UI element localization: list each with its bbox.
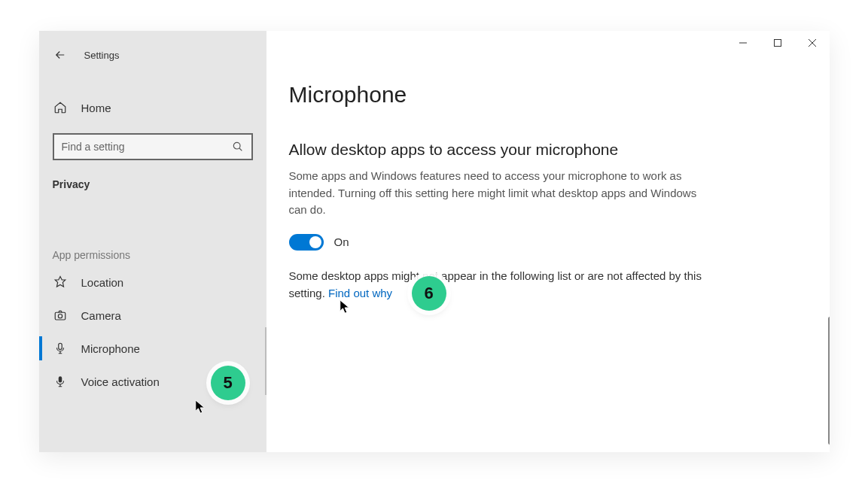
toggle-label: On — [334, 235, 349, 248]
sidebar-item-label: Camera — [81, 309, 121, 322]
home-icon — [53, 100, 68, 115]
sidebar-home[interactable]: Home — [39, 93, 266, 123]
camera-icon — [53, 308, 68, 323]
sidebar-item-label: Location — [81, 276, 124, 289]
sidebar-item-label: Voice activation — [81, 375, 160, 388]
app-permissions-label: App permissions — [39, 243, 266, 266]
search-input[interactable] — [53, 133, 253, 160]
close-button[interactable] — [795, 31, 830, 55]
section-description: Some apps and Windows features need to a… — [289, 168, 711, 219]
sidebar-item-camera[interactable]: Camera — [39, 299, 266, 332]
search-field[interactable] — [62, 141, 232, 153]
section-heading: Allow desktop apps to access your microp… — [289, 141, 807, 159]
search-icon — [232, 141, 244, 153]
svg-rect-4 — [58, 376, 62, 382]
window-title: Settings — [84, 50, 120, 61]
sidebar-item-location[interactable]: Location — [39, 266, 266, 299]
svg-point-0 — [233, 142, 240, 149]
window-controls — [726, 31, 830, 55]
find-out-why-link[interactable]: Find out why — [328, 287, 392, 299]
svg-rect-5 — [774, 40, 781, 47]
sidebar-header: Settings — [39, 40, 266, 74]
location-icon — [53, 275, 68, 290]
toggle-row: On — [289, 234, 807, 251]
footnote: Some desktop apps might not appear in th… — [289, 267, 711, 302]
maximize-button[interactable] — [760, 31, 795, 55]
desktop-apps-mic-toggle[interactable] — [289, 234, 324, 251]
search-wrap — [39, 123, 266, 172]
annotation-badge-6: 6 — [412, 276, 446, 311]
home-label: Home — [81, 102, 111, 114]
svg-point-2 — [58, 314, 62, 318]
main-content: Microphone Allow desktop apps to access … — [266, 31, 830, 452]
page-title: Microphone — [289, 82, 807, 108]
sidebar-item-microphone[interactable]: Microphone — [39, 332, 266, 365]
content-scrollbar[interactable] — [828, 317, 830, 445]
voice-activation-icon — [53, 374, 68, 389]
back-arrow-icon[interactable] — [53, 47, 68, 62]
svg-rect-3 — [58, 343, 62, 349]
privacy-section-label: Privacy — [39, 172, 266, 199]
microphone-icon — [53, 341, 68, 356]
minimize-button[interactable] — [726, 31, 760, 55]
svg-rect-1 — [55, 312, 65, 320]
annotation-badge-5: 5 — [211, 366, 245, 400]
settings-window: Settings Home Privacy App permissions — [39, 31, 830, 452]
sidebar-item-label: Microphone — [81, 342, 140, 355]
